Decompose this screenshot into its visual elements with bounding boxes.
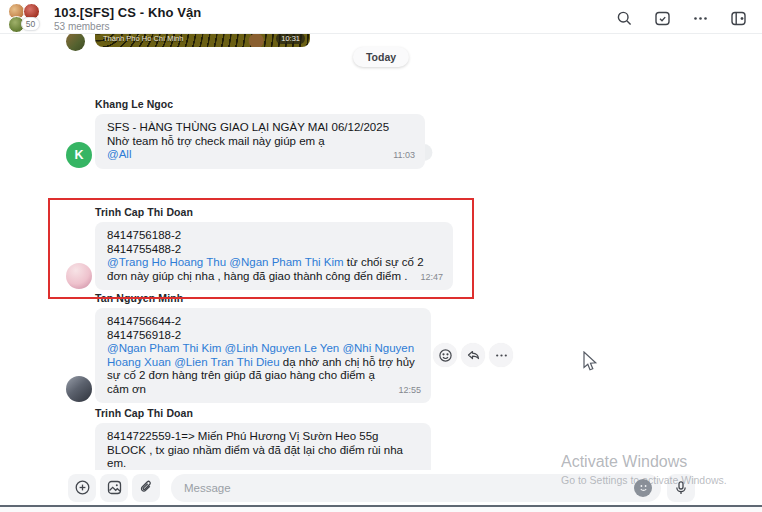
emoji-icon[interactable]	[634, 479, 652, 497]
open-conversation-panel-icon[interactable]	[724, 7, 752, 29]
search-icon[interactable]	[610, 7, 638, 29]
avatar[interactable]	[66, 263, 92, 289]
avatar[interactable]	[66, 32, 85, 51]
message-row: KKhang Le NgocSFS - HÀNG THÙNG GIAO LẠI …	[66, 98, 425, 169]
message-time: 10:31	[276, 33, 305, 44]
message-list[interactable]: Thành Phố Hồ Chí Minh 10:31 Today Unread…	[0, 34, 762, 470]
message-input[interactable]	[171, 474, 661, 502]
sender-name: Trinh Cap Thi Doan	[95, 206, 453, 218]
attachment-icon[interactable]	[132, 474, 160, 502]
mention-link[interactable]: @Trang Ho Hoang Thu @Ngan Pham Thi Kim	[107, 256, 344, 268]
photo-caption: Thành Phố Hồ Chí Minh	[103, 34, 183, 43]
message-time: 11:03	[393, 149, 415, 163]
task-check-icon[interactable]	[648, 7, 676, 29]
message-text: 8414722559-1=> Miến Phú Hương Vị Sườn He…	[107, 430, 403, 469]
conversation-title: 103.[SFS] CS - Kho Vận	[54, 5, 201, 20]
message-text: 8414756188-2	[107, 229, 181, 241]
sender-name: Tan Nguyen Minh	[95, 292, 431, 304]
message-row: Tan Nguyen Minh8414756644-28414756918-2@…	[66, 292, 431, 403]
date-divider: Today	[353, 47, 409, 67]
message-composer	[0, 470, 762, 505]
sender-name: Khang Le Ngoc	[95, 98, 425, 110]
add-circle-icon[interactable]	[68, 474, 96, 502]
mention-link[interactable]: @All	[107, 148, 131, 160]
message-time: 12:47	[420, 271, 443, 285]
emoji-reaction-icon[interactable]	[433, 343, 457, 367]
message-hover-actions	[433, 343, 513, 367]
message-time: 12:55	[398, 384, 421, 398]
chat-header: 50 103.[SFS] CS - Kho Vận 53 members	[0, 0, 762, 34]
window-bottom-edge	[0, 505, 762, 512]
more-icon[interactable]	[686, 7, 714, 29]
image-icon[interactable]	[100, 474, 128, 502]
group-member-badge: 50	[21, 17, 40, 31]
message-text: 8414756644-2	[107, 315, 181, 327]
reply-icon[interactable]	[461, 343, 485, 367]
avatar[interactable]: K	[66, 142, 92, 168]
message-text: 8414756918-2	[107, 329, 181, 341]
message-text: SFS - HÀNG THÙNG GIAO LẠI NGÀY MAI 06/12…	[107, 121, 389, 147]
sender-name: Trinh Cap Thi Doan	[95, 407, 431, 419]
message-text: 8414755488-2	[107, 243, 181, 255]
message-row: Trinh Cap Thi Doan8414756188-28414755488…	[66, 206, 453, 290]
member-count[interactable]: 53 members	[54, 21, 110, 32]
more-icon[interactable]	[489, 343, 513, 367]
message-bubble[interactable]: SFS - HÀNG THÙNG GIAO LẠI NGÀY MAI 06/12…	[95, 114, 425, 169]
microphone-icon[interactable]	[667, 474, 695, 502]
group-avatar[interactable]: 50	[8, 3, 46, 34]
message-text: cảm ơn	[107, 383, 146, 395]
avatar[interactable]	[66, 376, 92, 402]
message-bubble[interactable]: 8414756188-28414755488-2@Trang Ho Hoang …	[95, 222, 453, 290]
message-bubble[interactable]: 8414756644-28414756918-2@Ngan Pham Thi K…	[95, 308, 431, 403]
